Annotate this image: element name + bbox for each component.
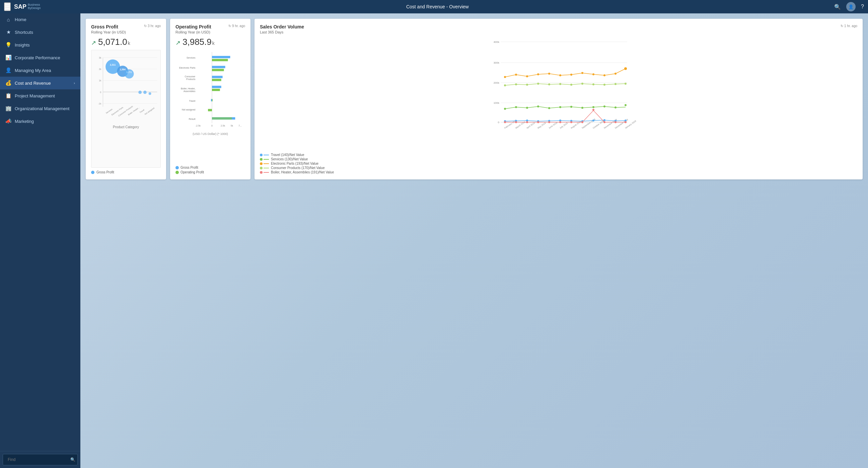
sap-logo: SAP BusinessByDesign: [14, 3, 41, 10]
svg-text:5k: 5k: [231, 125, 234, 127]
cp-legend-dot: [260, 167, 262, 169]
help-button[interactable]: ?: [861, 4, 864, 10]
sov-legend-boiler: Boiler, Heater, Assemblies (191)/Net Val…: [260, 170, 857, 174]
op-legend-gp-dot: [176, 166, 179, 169]
bar-na-op: [208, 109, 212, 111]
svg-text:200k: 200k: [494, 81, 500, 84]
sidebar-item-managing-my-area[interactable]: 👤 Managing My Area: [0, 64, 81, 77]
svg-text:0: 0: [100, 91, 101, 93]
svg-point-113: [581, 121, 583, 123]
svg-point-78: [592, 106, 594, 108]
svg-point-70: [504, 108, 506, 110]
svg-point-95: [515, 83, 517, 85]
sidebar-item-project-management[interactable]: 📋 Project Management: [0, 89, 81, 102]
bar-services-gp: [212, 56, 230, 58]
svg-point-85: [537, 73, 539, 75]
sov-legend-ep: Electronic Parts (193)/Net Value: [260, 162, 857, 165]
bar-travel-gp: [211, 99, 212, 101]
svg-text:1,251: 1,251: [126, 71, 132, 73]
sov-legend: Travel (140)/Net Value Services (130)/Ne…: [260, 153, 857, 174]
svg-point-89: [581, 72, 583, 74]
sidebar-item-marketing-label: Marketing: [15, 119, 34, 124]
sidebar-item-project-label: Project Management: [15, 93, 55, 98]
sidebar-item-cost-and-revenue[interactable]: 💰 Cost and Revenue ›: [0, 77, 81, 89]
consumer-line: [505, 84, 625, 85]
cp-legend-line: [264, 168, 269, 168]
svg-point-79: [603, 105, 606, 107]
svg-point-115: [603, 121, 606, 123]
svg-point-101: [581, 83, 583, 85]
search-wrap: 🔍: [3, 454, 78, 465]
sov-header: Sales Order Volume ↻ 1 hr. ago: [260, 24, 857, 29]
marketing-icon: 📣: [5, 118, 11, 124]
ep-legend-line: [264, 163, 269, 164]
sidebar-item-corporate-performance[interactable]: 📊 Corporate Performance: [0, 51, 81, 64]
services-legend-dot: [260, 158, 262, 161]
op-time: 9 hr. ago: [232, 24, 245, 28]
svg-text:2,311: 2,311: [110, 64, 116, 66]
op-subtitle: Rolling Year (in USD): [176, 30, 245, 34]
bubble-chart-svg: 3k 2k 1k 0 -1k 2,311 1,5: [91, 50, 160, 124]
svg-point-74: [548, 107, 550, 109]
svg-text:Assemblies: Assemblies: [184, 90, 195, 92]
sidebar-item-managing-label: Managing My Area: [15, 68, 51, 73]
shortcuts-icon: ★: [5, 29, 11, 35]
svg-text:Consumer: Consumer: [185, 75, 195, 78]
boiler-legend-label: Boiler, Heater, Assemblies (191)/Net Val…: [271, 170, 334, 174]
sov-timestamp: ↻ 1 hr. ago: [841, 24, 857, 28]
user-avatar[interactable]: 👤: [846, 2, 856, 11]
svg-point-94: [504, 84, 506, 86]
bar-bh-op: [212, 89, 220, 91]
svg-point-104: [615, 83, 617, 85]
op-legend-op: Operating Profit: [176, 170, 245, 174]
bubble-travel: [143, 91, 147, 94]
svg-text:Products: Products: [186, 78, 195, 80]
sidebar-item-shortcuts[interactable]: ★ Shortcuts: [0, 26, 81, 38]
svg-point-87: [559, 74, 561, 76]
services-line: [505, 106, 625, 109]
hamburger-button[interactable]: ☰: [4, 2, 11, 11]
app-body: ⌂ Home ★ Shortcuts 💡 Insights 📊 Corporat…: [0, 13, 868, 468]
svg-text:-1k: -1k: [98, 102, 101, 105]
svg-point-73: [537, 105, 539, 107]
sidebar-item-marketing[interactable]: 📣 Marketing: [0, 115, 81, 128]
svg-point-100: [570, 84, 572, 86]
svg-point-103: [603, 84, 606, 86]
op-arrow: ↗: [176, 39, 181, 46]
svg-text:400k: 400k: [494, 40, 500, 43]
svg-point-80: [615, 106, 617, 108]
op-title: Operating Profit: [176, 24, 211, 29]
ep-legend-label: Electronic Parts (193)/Net Value: [271, 162, 318, 165]
sidebar-item-organizational-management[interactable]: 🏢 Organizational Management: [0, 102, 81, 115]
svg-text:-2.5k: -2.5k: [195, 125, 201, 127]
project-icon: 📋: [5, 93, 11, 99]
gross-profit-timestamp: ↻ 3 hr. ago: [144, 24, 161, 28]
boiler-legend-dot: [260, 171, 262, 174]
bar-travel-op: [212, 99, 213, 101]
topbar-left: ☰ SAP BusinessByDesign: [4, 2, 41, 11]
search-button[interactable]: 🔍: [834, 4, 841, 10]
op-number: 3,985.9: [183, 37, 212, 47]
bar-services-op: [212, 59, 228, 61]
operating-profit-card: Operating Profit ↻ 9 hr. ago Rolling Yea…: [170, 19, 250, 180]
svg-text:Travel: Travel: [189, 100, 195, 102]
svg-point-99: [559, 83, 561, 85]
gross-profit-value: ↗ 5,071.0 k: [91, 37, 161, 47]
svg-point-86: [548, 73, 550, 75]
sap-brand-text: SAP: [14, 3, 27, 10]
bar-cp-gp: [212, 76, 223, 78]
sidebar-item-home[interactable]: ⌂ Home: [0, 13, 81, 26]
sidebar-item-org-label: Organizational Management: [15, 106, 69, 111]
svg-point-81: [624, 104, 626, 106]
boiler-legend-line: [264, 172, 269, 173]
sov-legend-cp: Consumer Products (170)/Net Value: [260, 166, 857, 170]
svg-text:7...: 7...: [239, 125, 242, 127]
svg-point-90: [592, 73, 594, 75]
op-legend-op-label: Operating Profit: [181, 170, 204, 174]
svg-text:Electronic Parts: Electronic Parts: [179, 67, 195, 69]
sidebar-item-insights[interactable]: 💡 Insights: [0, 38, 81, 51]
op-legend-gp-label: Gross Profit: [181, 166, 198, 169]
svg-point-114: [592, 109, 594, 111]
svg-text:0: 0: [211, 125, 213, 127]
search-input[interactable]: [5, 456, 70, 464]
